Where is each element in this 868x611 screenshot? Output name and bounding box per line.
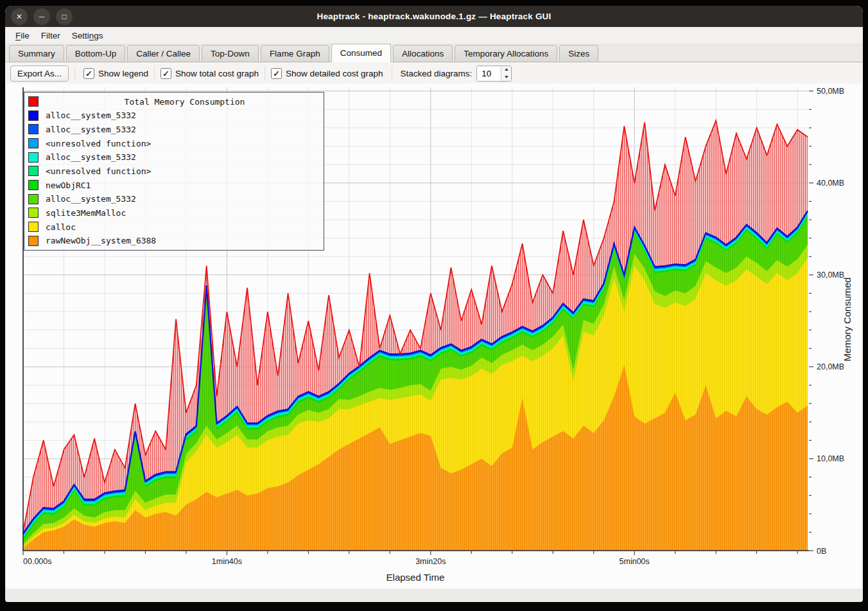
legend-item: alloc__system_5332 bbox=[24, 193, 324, 205]
maximize-button[interactable]: □ bbox=[56, 8, 73, 25]
maximize-icon: □ bbox=[62, 12, 66, 20]
legend-swatch-icon bbox=[28, 96, 39, 107]
legend-label: alloc__system_5332 bbox=[46, 194, 136, 204]
tab-flame-graph[interactable]: Flame Graph bbox=[261, 45, 329, 62]
legend-label: rawNewObj__system_6388 bbox=[46, 236, 156, 245]
tab-caller-callee[interactable]: Caller / Callee bbox=[127, 45, 200, 62]
legend-title-row: Total Memory Consumption bbox=[24, 96, 324, 108]
legend-label: newObjRC1 bbox=[46, 181, 91, 190]
application-window: ✕ ─ □ Heaptrack - heaptrack.wakunode.1.g… bbox=[5, 6, 863, 602]
legend-item: rawNewObj__system_6388 bbox=[24, 235, 324, 247]
y-tick-label: 40,0MB bbox=[817, 179, 844, 188]
stacked-diagrams-input[interactable] bbox=[477, 66, 501, 81]
legend-swatch-icon bbox=[28, 138, 39, 148]
minimize-button[interactable]: ─ bbox=[33, 8, 50, 25]
spin-down-button[interactable] bbox=[501, 73, 511, 81]
close-icon: ✕ bbox=[16, 12, 22, 20]
minimize-icon: ─ bbox=[39, 12, 45, 20]
legend-label: <unresolved function> bbox=[46, 139, 151, 148]
tab-sizes[interactable]: Sizes bbox=[559, 45, 598, 62]
legend-swatch-icon bbox=[28, 166, 39, 176]
legend-swatch-icon bbox=[28, 180, 39, 190]
legend-item: <unresolved function> bbox=[24, 137, 324, 150]
y-tick-label: 20,0MB bbox=[817, 362, 844, 371]
toolbar-separator bbox=[265, 67, 265, 80]
spin-buttons bbox=[501, 66, 511, 81]
menu-bar: FileFilterSettings bbox=[5, 27, 863, 44]
tab-top-down[interactable]: Top-Down bbox=[202, 45, 259, 62]
legend-swatch-icon bbox=[28, 222, 39, 232]
legend-item: newObjRC1 bbox=[24, 179, 324, 191]
export-as-button[interactable]: Export As... bbox=[10, 66, 69, 82]
checkbox-show-total-cost-graph[interactable]: ✓Show total cost graph bbox=[158, 68, 261, 79]
check-icon: ✓ bbox=[161, 68, 171, 79]
check-icon: ✓ bbox=[271, 68, 282, 79]
menu-settings[interactable]: Settings bbox=[66, 29, 109, 42]
legend-swatch-icon bbox=[28, 124, 39, 134]
legend-swatch-icon bbox=[28, 194, 39, 204]
stacked-diagrams-group: Stacked diagrams: bbox=[401, 66, 512, 82]
tab-allocations[interactable]: Allocations bbox=[393, 45, 453, 62]
legend-swatch-icon bbox=[28, 208, 39, 218]
legend-swatch-icon bbox=[28, 236, 39, 246]
toolbar: Export As... ✓Show legend✓Show total cos… bbox=[5, 62, 863, 84]
y-tick-label: 0B bbox=[817, 547, 826, 556]
x-axis-title: Elapsed Time bbox=[386, 572, 445, 583]
legend-item: alloc__system_5332 bbox=[24, 109, 324, 121]
legend-item: alloc__system_5332 bbox=[24, 151, 324, 163]
legend-label: alloc__system_5332 bbox=[46, 125, 136, 134]
legend-swatch-icon bbox=[28, 111, 39, 121]
checkbox-show-detailed-cost-graph[interactable]: ✓Show detailed cost graph bbox=[268, 68, 386, 79]
tab-bar: SummaryBottom-UpCaller / CalleeTop-DownF… bbox=[5, 44, 863, 62]
stacked-diagrams-spinbox bbox=[476, 66, 512, 82]
x-tick-label: 5min00s bbox=[620, 557, 650, 566]
legend-item: alloc__system_5332 bbox=[24, 123, 324, 136]
toolbar-separator bbox=[74, 67, 75, 80]
legend-label: alloc__system_5332 bbox=[46, 152, 136, 162]
memory-consumption-chart: 00.000s1min40s3min20s5min00s0B10,0MB20,0… bbox=[6, 84, 862, 589]
y-tick-label: 50,0MB bbox=[817, 87, 844, 96]
tab-bottom-up[interactable]: Bottom-Up bbox=[66, 45, 126, 62]
legend-swatch-icon bbox=[28, 152, 39, 163]
checkbox-label: Show detailed cost graph bbox=[286, 69, 383, 78]
menu-file[interactable]: File bbox=[10, 29, 35, 42]
x-tick-label: 1min40s bbox=[212, 557, 242, 566]
close-button[interactable]: ✕ bbox=[11, 8, 28, 25]
title-bar: ✕ ─ □ Heaptrack - heaptrack.wakunode.1.g… bbox=[5, 6, 863, 27]
y-axis-title: Memory Consumed bbox=[842, 278, 853, 362]
chart-legend: Total Memory Consumptionalloc__system_53… bbox=[24, 92, 324, 251]
spin-up-button[interactable] bbox=[501, 66, 511, 74]
window-title: Heaptrack - heaptrack.wakunode.1.gz — He… bbox=[5, 12, 863, 21]
check-icon: ✓ bbox=[83, 68, 94, 79]
legend-label: calloc bbox=[46, 222, 76, 232]
checkbox-label: Show total cost graph bbox=[175, 69, 259, 78]
checkbox-show-legend[interactable]: ✓Show legend bbox=[81, 68, 151, 79]
legend-item: calloc bbox=[24, 221, 324, 233]
legend-label: Total Memory Consumption bbox=[46, 97, 324, 107]
toolbar-separator bbox=[154, 67, 155, 80]
window-controls: ✕ ─ □ bbox=[11, 8, 73, 25]
tab-consumed[interactable]: Consumed bbox=[331, 44, 391, 62]
legend-label: alloc__system_5332 bbox=[46, 111, 136, 120]
legend-item: sqlite3MemMalloc bbox=[24, 207, 324, 219]
legend-item: <unresolved function> bbox=[24, 165, 324, 177]
y-tick-label: 30,0MB bbox=[817, 270, 844, 279]
toolbar-separator bbox=[392, 67, 392, 80]
tab-summary[interactable]: Summary bbox=[9, 45, 64, 62]
y-tick-label: 10,0MB bbox=[817, 454, 844, 463]
menu-filter[interactable]: Filter bbox=[35, 29, 66, 42]
x-tick-label: 00.000s bbox=[23, 557, 51, 566]
checkbox-label: Show legend bbox=[98, 69, 148, 78]
legend-label: <unresolved function> bbox=[46, 166, 151, 176]
tab-temporary-allocations[interactable]: Temporary Allocations bbox=[455, 45, 557, 62]
legend-label: sqlite3MemMalloc bbox=[46, 208, 126, 218]
x-tick-label: 3min20s bbox=[415, 557, 446, 566]
stacked-diagrams-label: Stacked diagrams: bbox=[401, 69, 473, 78]
